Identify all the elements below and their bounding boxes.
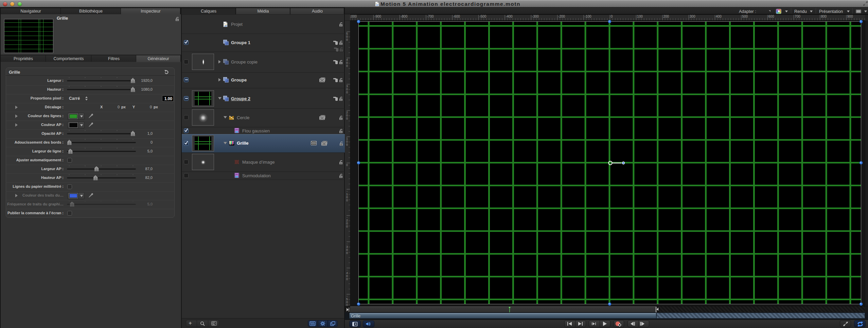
svg-text:0: 0	[611, 15, 613, 18]
svg-text:0: 0	[346, 163, 348, 167]
svg-text:0: 0	[346, 90, 348, 94]
svg-text:-800: -800	[401, 15, 407, 18]
svg-text:-400: -400	[506, 15, 513, 18]
svg-text:200: 200	[663, 15, 669, 18]
svg-text:500: 500	[742, 15, 748, 18]
svg-text:-100: -100	[585, 15, 591, 18]
svg-text:-200: -200	[558, 15, 565, 18]
svg-text:400: 400	[716, 15, 722, 18]
svg-text:900: 900	[847, 15, 853, 18]
svg-text:0: 0	[346, 116, 348, 120]
svg-text:0: 0	[346, 251, 348, 255]
svg-text:700: 700	[795, 15, 800, 18]
svg-text:0: 0	[346, 143, 348, 146]
svg-text:600: 600	[768, 15, 774, 18]
svg-text:0: 0	[346, 277, 348, 281]
svg-text:0: 0	[346, 64, 348, 68]
svg-text:-500: -500	[479, 15, 486, 18]
svg-text:-600: -600	[453, 15, 460, 18]
svg-text:300: 300	[690, 15, 695, 18]
svg-text:-300: -300	[532, 15, 539, 18]
svg-text:100: 100	[637, 15, 643, 18]
svg-text:0: 0	[346, 198, 348, 202]
svg-text:-700: -700	[427, 15, 434, 18]
svg-text:0: 0	[346, 303, 348, 306]
svg-text:0: 0	[346, 38, 348, 41]
svg-text:0: 0	[346, 224, 348, 228]
svg-text:800: 800	[821, 15, 827, 18]
svg-text:-900: -900	[374, 15, 381, 18]
